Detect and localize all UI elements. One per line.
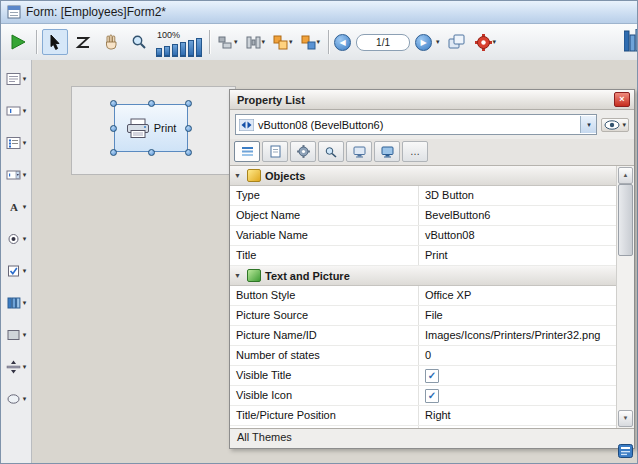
next-page-button[interactable]: ▶ xyxy=(415,34,432,51)
clipped-toolbar-icon[interactable] xyxy=(624,29,637,55)
page-menu-dropdown[interactable]: ▾ xyxy=(436,38,440,46)
tool-button-grid[interactable]: ▾ xyxy=(1,288,31,317)
property-value[interactable]: 0 xyxy=(419,346,616,365)
dropdown-arrow-icon[interactable]: ▾ xyxy=(23,267,27,275)
selection-handle[interactable] xyxy=(110,125,117,132)
tool-combo-box[interactable]: ▾ xyxy=(1,160,31,189)
windows-button[interactable] xyxy=(444,29,470,55)
hand-tool-button[interactable] xyxy=(98,29,124,55)
dropdown-arrow-icon[interactable]: ▾ xyxy=(234,38,238,46)
selection-handle[interactable] xyxy=(110,100,117,107)
tool-input-field[interactable]: ▾ xyxy=(1,96,31,125)
property-tab-more[interactable]: … xyxy=(402,141,428,162)
close-panel-button[interactable]: × xyxy=(614,92,630,107)
execute-form-button[interactable] xyxy=(5,29,31,55)
dropdown-arrow-icon[interactable]: ▾ xyxy=(23,171,27,179)
dropdown-arrow-icon[interactable]: ▾ xyxy=(23,299,27,307)
zoom-bar[interactable] xyxy=(188,40,194,57)
dropdown-arrow-icon[interactable]: ▾ xyxy=(23,203,27,211)
selection-handle[interactable] xyxy=(148,100,155,107)
section-label: Text and Picture xyxy=(265,270,350,282)
property-tab-events[interactable] xyxy=(318,141,344,162)
dropdown-arrow-icon[interactable]: ▾ xyxy=(289,38,293,46)
property-value[interactable]: vButton08 xyxy=(419,226,616,245)
tool-splitter[interactable]: ▾ xyxy=(1,352,31,381)
zoom-bar[interactable] xyxy=(180,42,186,57)
selection-handle[interactable] xyxy=(185,100,192,107)
property-value[interactable]: ✓ xyxy=(419,386,616,405)
form-properties-button[interactable]: ▾ xyxy=(472,31,500,54)
property-value[interactable]: Print xyxy=(419,246,616,265)
property-value[interactable]: ✓ xyxy=(419,366,616,385)
property-tab-display[interactable] xyxy=(346,141,372,162)
property-value[interactable]: Images/Icons/Printers/Printer32.png xyxy=(419,326,616,345)
selection-handle[interactable] xyxy=(185,149,192,156)
object-dropdown-button[interactable]: ▾ xyxy=(580,116,596,133)
property-scrollbar[interactable]: ▲ ▼ xyxy=(616,166,634,428)
scroll-down-button[interactable]: ▼ xyxy=(618,410,633,427)
dropdown-arrow-icon[interactable]: ▾ xyxy=(23,363,27,371)
red-gear-icon xyxy=(475,34,492,51)
zoom-bar[interactable] xyxy=(164,46,170,57)
corner-form-mode-icon[interactable] xyxy=(618,444,633,460)
collapse-triangle-icon[interactable]: ▼ xyxy=(234,272,243,279)
previous-page-button[interactable]: ◀ xyxy=(334,34,351,51)
dropdown-arrow-icon[interactable]: ▾ xyxy=(493,38,497,46)
view-options-button[interactable]: ▾ xyxy=(601,118,629,132)
scroll-thumb[interactable] xyxy=(618,184,633,256)
form-page[interactable]: Print xyxy=(71,86,236,175)
selection-handle[interactable] xyxy=(185,125,192,132)
entry-order-tool-button[interactable] xyxy=(70,29,96,55)
property-tab-page[interactable] xyxy=(262,141,288,162)
tool-radio-button[interactable]: ▾ xyxy=(1,224,31,253)
selection-handle[interactable] xyxy=(148,149,155,156)
themes-footer[interactable]: All Themes xyxy=(230,428,634,448)
zoom-bar[interactable] xyxy=(156,48,162,57)
dropdown-arrow-icon[interactable]: ▾ xyxy=(23,235,27,243)
property-value[interactable]: 3D Button xyxy=(419,186,616,205)
property-value[interactable]: BevelButton6 xyxy=(419,206,616,225)
dropdown-arrow-icon[interactable]: ▾ xyxy=(23,75,27,83)
dropdown-arrow-icon[interactable]: ▾ xyxy=(23,331,27,339)
selected-object[interactable]: Print xyxy=(114,104,188,152)
tool-text-area[interactable]: ▾ xyxy=(1,64,31,93)
dropdown-arrow-icon[interactable]: ▾ xyxy=(622,121,626,129)
zoom-bar[interactable] xyxy=(172,44,178,57)
dropdown-arrow-icon[interactable]: ▾ xyxy=(317,38,321,46)
eye-icon xyxy=(604,120,620,130)
tool-oval[interactable]: ▾ xyxy=(1,384,31,413)
zoom-bar[interactable] xyxy=(196,38,202,57)
zoom-preset-bars[interactable] xyxy=(156,40,202,57)
selection-handle[interactable] xyxy=(110,149,117,156)
tool-static-text[interactable]: A ▾ xyxy=(1,192,31,221)
scroll-up-button[interactable]: ▲ xyxy=(618,167,633,184)
window-titlebar[interactable]: Form: [Employees]Form2* xyxy=(1,1,637,24)
checkbox[interactable]: ✓ xyxy=(425,369,439,383)
property-section-header[interactable]: ▼Text and Picture xyxy=(230,266,616,286)
dropdown-arrow-icon[interactable]: ▾ xyxy=(23,395,27,403)
object-selector-dropdown[interactable]: vButton08 (BevelButton6) ▾ xyxy=(235,114,597,135)
property-tab-settings[interactable] xyxy=(290,141,316,162)
property-value[interactable]: Office XP xyxy=(419,286,616,305)
tool-checkbox[interactable]: ▾ xyxy=(1,256,31,285)
align-tool-button[interactable]: ▾ xyxy=(215,32,241,53)
pointer-tool-button[interactable] xyxy=(42,29,68,55)
property-tab-appearance[interactable] xyxy=(374,141,400,162)
dropdown-arrow-icon[interactable]: ▾ xyxy=(262,38,266,46)
property-value[interactable]: File xyxy=(419,306,616,325)
level-tool-button[interactable]: ▾ xyxy=(270,32,296,53)
collapse-triangle-icon[interactable]: ▼ xyxy=(234,172,243,179)
property-tab-all[interactable] xyxy=(234,141,260,162)
dropdown-arrow-icon[interactable]: ▾ xyxy=(23,139,27,147)
duplicate-tool-button[interactable]: ▾ xyxy=(298,32,324,53)
property-value[interactable]: Right xyxy=(419,406,616,425)
checkbox[interactable]: ✓ xyxy=(425,389,439,403)
tool-rectangle[interactable]: ▾ xyxy=(1,320,31,349)
print-button-object[interactable]: Print xyxy=(114,104,188,152)
zoom-tool-button[interactable] xyxy=(126,29,152,55)
tool-hierarchical-list[interactable]: ▾ xyxy=(1,128,31,157)
dropdown-arrow-icon[interactable]: ▾ xyxy=(23,107,27,115)
property-list-titlebar[interactable]: Property List × xyxy=(230,90,634,110)
distribute-tool-button[interactable]: ▾ xyxy=(243,32,269,53)
property-section-header[interactable]: ▼Objects xyxy=(230,166,616,186)
